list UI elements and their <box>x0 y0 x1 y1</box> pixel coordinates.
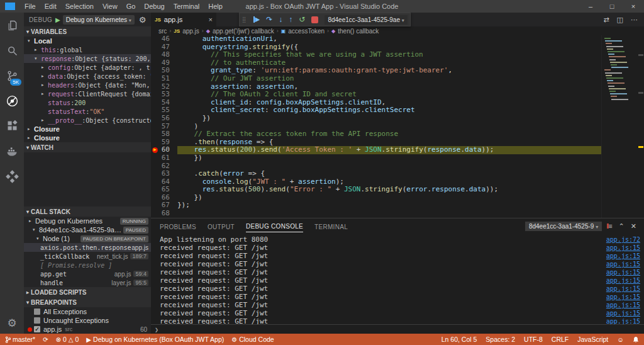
variable-row-this[interactable]: ▸this: global <box>24 45 151 54</box>
glyph-margin[interactable] <box>151 130 161 139</box>
line-number[interactable]: 58 <box>161 130 177 139</box>
step-out-button[interactable]: ↑ <box>289 16 292 23</box>
variables-section-header[interactable]: ▾ VARIABLES <box>24 26 151 37</box>
git-branch-indicator[interactable]: master* <box>5 336 35 343</box>
breakpoint-row[interactable]: All Exceptions <box>24 307 151 316</box>
scope-row-closure[interactable]: ▸Closure <box>24 133 151 142</box>
code-line-61[interactable]: 61 }) <box>151 154 601 162</box>
close-button[interactable]: × <box>623 0 644 13</box>
cloud-code-icon[interactable] <box>0 164 24 189</box>
breakpoint-checkbox[interactable] <box>34 317 40 324</box>
glyph-margin[interactable] <box>151 59 161 67</box>
menu-view[interactable]: View <box>98 3 122 10</box>
breadcrumb-item[interactable]: app.get('/jwt') callback <box>213 28 274 35</box>
stack-frame[interactable]: [ Promise.resolve ] <box>24 261 151 269</box>
breadcrumb-item[interactable]: app.js <box>182 28 199 35</box>
menu-help[interactable]: Help <box>204 3 227 10</box>
continue-button[interactable]: ▶ <box>253 16 260 23</box>
call-stack-session[interactable]: ▸Debug on KubernetesRUNNING <box>24 217 151 225</box>
configure-gear-icon[interactable]: ⚙ <box>139 15 147 25</box>
source-control-icon[interactable]: 5K <box>0 63 24 88</box>
tab-debug-console[interactable]: DEBUG CONSOLE <box>246 220 303 232</box>
code-line-52[interactable]: 52 assertion: assertion, <box>151 83 601 91</box>
indentation[interactable]: Spaces: 2 <box>486 336 515 343</box>
glyph-margin[interactable] <box>151 139 161 147</box>
loaded-scripts-section-header[interactable]: ▸ LOADED SCRIPTS <box>24 287 151 297</box>
console-source-link[interactable]: app.js:72 <box>606 235 640 244</box>
code-line-46[interactable]: 46 authenticationUri, <box>151 35 601 43</box>
glyph-margin[interactable] <box>151 75 161 83</box>
line-number[interactable]: 53 <box>161 91 177 99</box>
language-mode[interactable]: JavaScript <box>577 336 608 343</box>
tab-close-icon[interactable]: × <box>209 16 213 23</box>
minimap[interactable] <box>601 35 638 218</box>
explorer-icon[interactable] <box>0 13 24 38</box>
glyph-margin[interactable] <box>151 162 161 171</box>
code-line-64[interactable]: 64 console.log("JWT : " + assertion); <box>151 178 601 186</box>
line-number[interactable]: 61 <box>161 154 177 162</box>
tab-terminal[interactable]: TERMINAL <box>314 220 348 232</box>
minimize-button[interactable]: – <box>580 0 601 13</box>
console-source-link[interactable]: app.js:15 <box>606 268 640 276</box>
more-actions-icon[interactable]: ⋯ <box>631 16 638 24</box>
docker-icon[interactable] <box>0 139 24 164</box>
overview-ruler[interactable] <box>638 35 644 218</box>
glyph-margin[interactable] <box>151 170 161 178</box>
call-stack-section-header[interactable]: ▾ CALL STACK <box>24 206 151 217</box>
glyph-margin[interactable] <box>151 106 161 115</box>
glyph-margin[interactable] <box>151 115 161 123</box>
variable-row-headers[interactable]: ▸headers: Object {date: "Mon, 15 Jul… <box>24 81 151 89</box>
line-number[interactable]: 51 <box>161 75 177 83</box>
code-line-54[interactable]: 54 client_id: config.boxAppSettings.clie… <box>151 99 601 107</box>
debug-icon[interactable] <box>0 88 24 113</box>
code-line-66[interactable]: 66 }) <box>151 194 601 202</box>
code-line-67[interactable]: 67}); <box>151 201 601 210</box>
watch-section-header[interactable]: ▾ WATCH <box>24 142 151 152</box>
glyph-margin[interactable] <box>151 194 161 202</box>
code-line-53[interactable]: 53 // The OAuth 2 client ID and secret <box>151 91 601 99</box>
code-line-62[interactable]: 62 <box>151 162 601 171</box>
split-editor-icon[interactable]: ◫ <box>617 16 623 24</box>
console-source-link[interactable]: app.js:15 <box>606 260 640 268</box>
code-line-51[interactable]: 51 // Our JWT assertion <box>151 75 601 83</box>
menu-file[interactable]: File <box>20 3 40 10</box>
menu-edit[interactable]: Edit <box>40 3 61 10</box>
variable-row-__proto__[interactable]: ▸__proto__: Object {constructor: , _… <box>24 116 151 125</box>
call-stack-session[interactable]: ▾Node (1)PAUSED ON BREAKPOINT <box>24 234 151 243</box>
glyph-margin[interactable] <box>151 210 161 218</box>
glyph-margin[interactable] <box>151 67 161 75</box>
code-line-60[interactable]: ▶60 res.status(200).send('Access Token :… <box>151 146 601 154</box>
variable-row-statusText[interactable]: statusText: "OK" <box>24 107 151 116</box>
eol-sequence[interactable]: CRLF <box>552 336 569 343</box>
console-source-link[interactable]: app.js:15 <box>606 244 640 252</box>
glyph-margin[interactable] <box>151 123 161 131</box>
console-source-link[interactable]: app.js:15 <box>606 252 640 260</box>
code-line-65[interactable]: 65 res.status(500).send("Error : " + JSO… <box>151 186 601 194</box>
code-line-47[interactable]: 47 querystring.stringify({ <box>151 43 601 52</box>
code-line-50[interactable]: 50 grant_type: 'urn:ietf:params:oauth:gr… <box>151 67 601 75</box>
tab-output[interactable]: OUTPUT <box>208 220 235 232</box>
encoding[interactable]: UTF-8 <box>524 336 543 343</box>
console-session-dropdown[interactable]: 8d4ee1cc-3aa1-4525-9 ▾ <box>525 222 602 231</box>
breakpoints-section-header[interactable]: ▾ BREAKPOINTS <box>24 297 151 307</box>
scope-row-closure[interactable]: ▸Closure <box>24 125 151 133</box>
code-line-55[interactable]: 55 client_secret: config.boxAppSettings.… <box>151 106 601 115</box>
breakpoint-row[interactable]: ✓app.jssrc60 <box>24 325 151 334</box>
variable-row-status[interactable]: status: 200 <box>24 98 151 107</box>
tab-problems[interactable]: PROBLEMS <box>160 220 196 232</box>
variable-row-config[interactable]: ▸config: Object {adapter: , transfor… <box>24 63 151 72</box>
restart-button[interactable]: ↺ <box>299 16 305 23</box>
notifications-bell-icon[interactable] <box>633 336 639 343</box>
breadcrumb-item[interactable]: accessToken <box>288 28 325 35</box>
code-line-59[interactable]: 59 .then(response => { <box>151 139 601 147</box>
glyph-margin[interactable] <box>151 201 161 210</box>
glyph-margin[interactable] <box>151 91 161 99</box>
menu-go[interactable]: Go <box>122 3 140 10</box>
debug-console-input[interactable]: ❯ <box>151 324 644 334</box>
manage-gear-icon[interactable]: ⚙ <box>0 312 24 334</box>
menu-debug[interactable]: Debug <box>140 3 169 10</box>
tab-appjs[interactable]: JS app.js × <box>151 13 216 26</box>
breakpoint-checkbox[interactable]: ✓ <box>34 326 40 332</box>
start-debug-icon[interactable]: ▶ <box>55 16 60 23</box>
open-changes-icon[interactable]: ⇄ <box>603 16 609 24</box>
